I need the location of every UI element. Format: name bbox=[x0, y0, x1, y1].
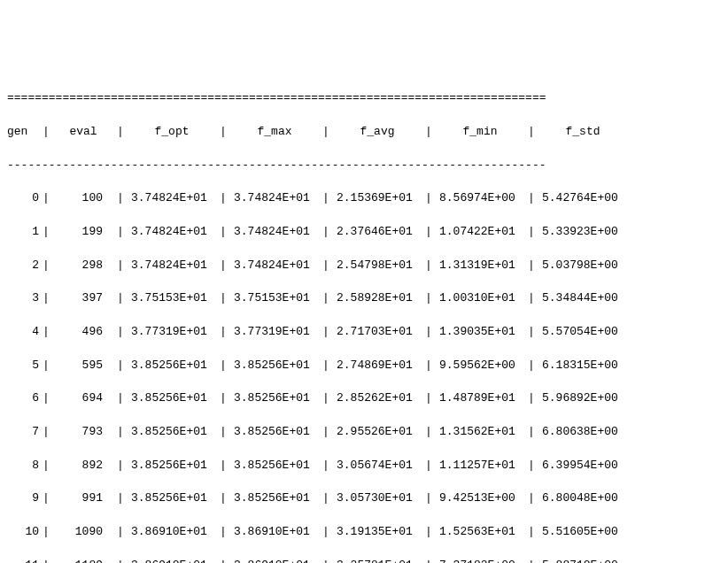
header-f-avg: f_avg bbox=[333, 124, 422, 141]
cell-f-max: 3.75153E+01 bbox=[230, 290, 319, 307]
pipe: | bbox=[113, 458, 128, 474]
cell-f-avg: 2.58928E+01 bbox=[333, 290, 422, 307]
cell-gen: 2 bbox=[7, 258, 39, 274]
cell-eval: 694 bbox=[53, 390, 113, 407]
cell-f-avg: 2.85262E+01 bbox=[333, 390, 422, 407]
pipe: | bbox=[422, 124, 436, 141]
cell-f-opt: 3.85256E+01 bbox=[128, 390, 216, 407]
pipe: | bbox=[319, 124, 333, 141]
pipe: | bbox=[39, 258, 53, 274]
cell-gen: 3 bbox=[7, 290, 39, 307]
pipe: | bbox=[422, 324, 436, 341]
pipe: | bbox=[524, 524, 538, 541]
table-body: 0|100|3.74824E+01|3.74824E+01|2.15369E+0… bbox=[7, 190, 721, 563]
pipe: | bbox=[524, 358, 538, 374]
pipe: | bbox=[39, 224, 53, 241]
cell-f-avg: 2.37646E+01 bbox=[333, 224, 422, 241]
table-row: 9|991|3.85256E+01|3.85256E+01|3.05730E+0… bbox=[7, 490, 721, 507]
cell-gen: 9 bbox=[7, 490, 39, 507]
pipe: | bbox=[39, 358, 53, 374]
pipe: | bbox=[319, 224, 333, 241]
pipe: | bbox=[422, 558, 436, 563]
pipe: | bbox=[319, 390, 333, 407]
cell-f-opt: 3.85256E+01 bbox=[128, 458, 216, 474]
pipe: | bbox=[216, 258, 230, 274]
table-row: 11|1189|3.86910E+01|3.86910E+01|3.25781E… bbox=[7, 558, 721, 563]
cell-gen: 8 bbox=[7, 458, 39, 474]
pipe: | bbox=[422, 224, 436, 241]
cell-gen: 0 bbox=[7, 190, 39, 207]
pipe: | bbox=[216, 324, 230, 341]
table-row: 2|298|3.74824E+01|3.74824E+01|2.54798E+0… bbox=[7, 258, 721, 274]
header-f-std: f_std bbox=[538, 124, 627, 141]
pipe: | bbox=[524, 324, 538, 341]
cell-gen: 1 bbox=[7, 224, 39, 241]
pipe: | bbox=[216, 290, 230, 307]
pipe: | bbox=[319, 524, 333, 541]
cell-eval: 100 bbox=[53, 190, 113, 207]
cell-gen: 6 bbox=[7, 390, 39, 407]
pipe: | bbox=[113, 224, 128, 241]
cell-gen: 10 bbox=[7, 524, 39, 541]
cell-f-max: 3.85256E+01 bbox=[230, 424, 319, 441]
table-container: ========================================… bbox=[7, 73, 721, 563]
cell-f-max: 3.86910E+01 bbox=[230, 558, 319, 563]
cell-f-max: 3.77319E+01 bbox=[230, 324, 319, 341]
cell-f-avg: 2.95526E+01 bbox=[333, 424, 422, 441]
table-row: 10|1090|3.86910E+01|3.86910E+01|3.19135E… bbox=[7, 524, 721, 541]
cell-eval: 892 bbox=[53, 458, 113, 474]
pipe: | bbox=[216, 524, 230, 541]
pipe: | bbox=[319, 290, 333, 307]
table-row: 3|397|3.75153E+01|3.75153E+01|2.58928E+0… bbox=[7, 290, 721, 307]
cell-f-opt: 3.86910E+01 bbox=[128, 524, 216, 541]
table-row: 7|793|3.85256E+01|3.85256E+01|2.95526E+0… bbox=[7, 424, 721, 441]
cell-f-min: 1.31562E+01 bbox=[436, 424, 524, 441]
table-row: 5|595|3.85256E+01|3.85256E+01|2.74869E+0… bbox=[7, 358, 721, 374]
cell-f-max: 3.85256E+01 bbox=[230, 490, 319, 507]
cell-f-opt: 3.77319E+01 bbox=[128, 324, 216, 341]
cell-f-opt: 3.86910E+01 bbox=[128, 558, 216, 563]
cell-f-max: 3.86910E+01 bbox=[230, 524, 319, 541]
pipe: | bbox=[39, 424, 53, 441]
pipe: | bbox=[39, 190, 53, 207]
pipe: | bbox=[39, 390, 53, 407]
cell-gen: 5 bbox=[7, 358, 39, 374]
pipe: | bbox=[113, 290, 128, 307]
pipe: | bbox=[524, 458, 538, 474]
pipe: | bbox=[319, 358, 333, 374]
pipe: | bbox=[319, 490, 333, 507]
header-f-opt: f_opt bbox=[128, 124, 216, 141]
table-row: 8|892|3.85256E+01|3.85256E+01|3.05674E+0… bbox=[7, 458, 721, 474]
pipe: | bbox=[113, 258, 128, 274]
pipe: | bbox=[422, 358, 436, 374]
cell-f-opt: 3.74824E+01 bbox=[128, 190, 216, 207]
cell-f-std: 5.51605E+00 bbox=[538, 524, 627, 541]
pipe: | bbox=[216, 458, 230, 474]
pipe: | bbox=[422, 290, 436, 307]
cell-f-max: 3.85256E+01 bbox=[230, 458, 319, 474]
pipe: | bbox=[319, 558, 333, 563]
pipe: | bbox=[524, 258, 538, 274]
cell-f-max: 3.85256E+01 bbox=[230, 358, 319, 374]
pipe: | bbox=[524, 390, 538, 407]
pipe: | bbox=[39, 324, 53, 341]
cell-f-std: 5.57054E+00 bbox=[538, 324, 627, 341]
pipe: | bbox=[422, 190, 436, 207]
pipe: | bbox=[39, 124, 53, 141]
pipe: | bbox=[422, 424, 436, 441]
cell-f-min: 1.31319E+01 bbox=[436, 258, 524, 274]
cell-eval: 496 bbox=[53, 324, 113, 341]
pipe: | bbox=[319, 458, 333, 474]
cell-f-opt: 3.85256E+01 bbox=[128, 424, 216, 441]
pipe: | bbox=[39, 490, 53, 507]
pipe: | bbox=[39, 558, 53, 563]
border-top: ========================================… bbox=[7, 90, 721, 107]
pipe: | bbox=[216, 490, 230, 507]
cell-f-min: 1.00310E+01 bbox=[436, 290, 524, 307]
pipe: | bbox=[113, 558, 128, 563]
cell-f-max: 3.74824E+01 bbox=[230, 224, 319, 241]
pipe: | bbox=[319, 424, 333, 441]
header-eval: eval bbox=[53, 124, 113, 141]
cell-f-std: 6.80048E+00 bbox=[538, 490, 627, 507]
pipe: | bbox=[216, 224, 230, 241]
